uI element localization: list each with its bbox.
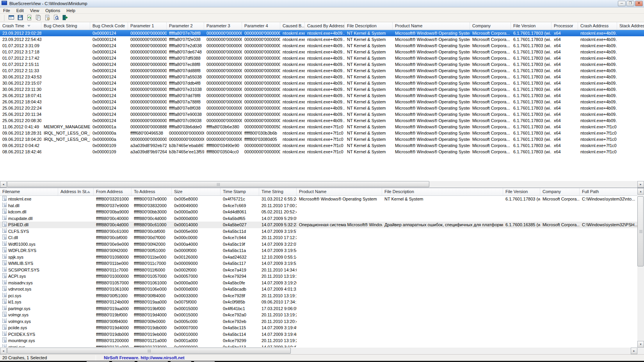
module-row[interactable]: pciide.sysfffff880'019d4000fffff880'019d… [0, 325, 644, 331]
module-row[interactable]: WDFLDR.SYSfffff880'00f42000fffff880'00f5… [0, 247, 644, 254]
column-header-time-stamp[interactable]: Time Stamp [221, 188, 259, 195]
module-row[interactable]: CI.dllfffff880'00cbf000fffff880'00d7f000… [0, 234, 644, 241]
menu-edit[interactable]: Edit [13, 8, 27, 13]
crash-row[interactable]: 09.06.2012 18:04:20IRQL_NOT_LESS_OR_EQ..… [0, 136, 644, 142]
column-header-from-address[interactable]: From Address [94, 188, 132, 195]
copy-button[interactable] [34, 14, 43, 22]
module-row[interactable]: kdcom.dllfffff800'00ba9000fffff800'00bb3… [0, 209, 644, 215]
column-header-company[interactable]: Company [470, 22, 511, 30]
scroll-left-icon[interactable]: ◂ [0, 181, 7, 188]
module-row[interactable]: CLFS.SYSfffff880'00c61000fffff880'00cbf0… [0, 228, 644, 235]
minimize-button[interactable]: ─ [618, 1, 626, 6]
column-header-crash-address[interactable]: Crash Address [578, 22, 617, 30]
module-row[interactable]: ntoskrnl.exefffff800'03201000fffff800'03… [0, 196, 644, 202]
column-header-processor[interactable]: Processor [551, 22, 578, 30]
column-header-file-version[interactable]: File Version [503, 188, 540, 195]
column-header-parameter-3[interactable]: Parameter 3 [204, 22, 242, 30]
module-row[interactable]: partmgr.sysfffff880'019aa000fffff880'019… [0, 305, 644, 312]
module-row[interactable]: spjk.sysfffff880'01098000fffff880'011be0… [0, 254, 644, 261]
crash-row[interactable]: 25.06.2012 20:08:300x0000012400000000'00… [0, 117, 644, 124]
find-button[interactable] [52, 14, 60, 22]
crash-row[interactable]: 08.06.2012 18:42:460x00000109a3a039d8'9b… [0, 149, 644, 155]
advanced-options-button[interactable] [7, 14, 16, 22]
crash-row[interactable]: 01.07.2012 2:11:330x0000012400000000'000… [0, 67, 644, 74]
column-header-size[interactable]: Size [172, 188, 221, 195]
crash-row[interactable]: 30.06.2012 23:43:530x0000012400000000'00… [0, 74, 644, 80]
upper-hscroll-thumb[interactable] [7, 181, 429, 187]
module-row[interactable]: pci.sysfffff880'00f51000fffff880'00f8400… [0, 293, 644, 299]
module-row[interactable]: ACPI.sysfffff880'01000000fffff880'010570… [0, 273, 644, 280]
crash-row[interactable]: 23.09.2012 22:54:430x0000012400000000'00… [0, 36, 644, 43]
crash-row[interactable]: 01.07.2012 3:17:180x0000012400000000'000… [0, 49, 644, 55]
column-header-filename[interactable]: Filename [0, 188, 58, 195]
crash-row[interactable]: 01.07.2012 2:15:110x0000012400000000'000… [0, 61, 644, 67]
close-button[interactable]: ✕ [635, 1, 643, 6]
lower-hscroll-thumb[interactable] [7, 348, 291, 354]
module-row[interactable]: vdrvroot.sysfffff880'01061000fffff880'01… [0, 286, 644, 293]
menu-help[interactable]: Help [63, 8, 78, 13]
scroll-right-icon[interactable]: ▸ [631, 348, 637, 354]
module-row[interactable]: kl1.sysfffff880'0124b000fffff880'019aa00… [0, 299, 644, 305]
column-header-file-description[interactable]: File Description [382, 188, 503, 195]
upper-horizontal-scrollbar[interactable]: ◂ ▸ [0, 181, 644, 188]
module-row[interactable]: mcupdate.dllfffff880'00c40000fffff880'00… [0, 215, 644, 222]
module-row[interactable]: WMILIB.SYSfffff880'011be000fffff880'011c… [0, 260, 644, 267]
scroll-right-icon[interactable]: ▸ [637, 181, 644, 188]
crash-row[interactable]: 01.07.2012 2:17:420x0000012400000000'000… [0, 55, 644, 61]
module-row[interactable]: volmgrx.sysfffff880'00f84000fffff880'00f… [0, 318, 644, 325]
lower-vscroll-thumb[interactable] [637, 196, 644, 266]
scroll-down-icon[interactable]: ▾ [637, 341, 644, 348]
column-header-caused-b[interactable]: Caused B... [280, 22, 305, 30]
column-header-parameter-4[interactable]: Parameter 4 [242, 22, 280, 30]
properties-button[interactable] [43, 14, 52, 22]
crash-row[interactable]: 26.06.2012 18:04:430x0000012400000000'00… [0, 99, 644, 105]
status-nirsoft-link[interactable]: NirSoft Freeware. http://www.nirsoft.net [96, 355, 185, 360]
scroll-up-icon[interactable]: ▴ [637, 188, 644, 195]
column-header-stack-address[interactable]: Stack Address [617, 22, 644, 30]
exit-button[interactable] [60, 14, 69, 22]
lower-horizontal-scrollbar[interactable]: ◂ ▸ [0, 348, 637, 354]
lower-vertical-scrollbar[interactable]: ▴ ▾ [637, 188, 644, 348]
column-header-crash-time[interactable]: Crash Time [0, 22, 41, 30]
crash-row[interactable]: 09.06.2012 18:28:31IRQL_NOT_LESS_OR_EQ..… [0, 130, 644, 136]
module-row[interactable]: mountmgr.sysfffff880'01200000fffff880'01… [0, 337, 644, 344]
column-header-parameter-1[interactable]: Parameter 1 [128, 22, 167, 30]
crash-row[interactable]: 11.06.2012 0:41:49MEMORY_MANAGEME...0x00… [0, 124, 644, 130]
crash-row[interactable]: 09.06.2012 0:04:420x00000109a3a039d8'992… [0, 142, 644, 149]
module-row[interactable]: SCSIPORT.SYSfffff880'011c7000fffff880'01… [0, 267, 644, 273]
scroll-left-icon[interactable]: ◂ [0, 348, 7, 354]
module-row[interactable]: atapi.sysfffff880'0121a000fffff880'01223… [0, 344, 644, 348]
module-row[interactable]: PSHED.dllfffff880'00c4d000fffff880'00c61… [0, 222, 644, 228]
column-header-file-description[interactable]: File Description [345, 22, 393, 30]
save-button[interactable] [16, 14, 25, 22]
crash-row[interactable]: 23.09.2012 23:02:280x0000012400000000'00… [0, 30, 644, 36]
column-header-bug-check-code[interactable]: Bug Check Code [90, 22, 128, 30]
maximize-button[interactable]: ❐ [626, 1, 634, 6]
module-row[interactable]: Wdf01000.sysfffff880'00e9e000fffff880'00… [0, 241, 644, 248]
module-row[interactable]: msisadrv.sysfffff880'01057000fffff880'01… [0, 280, 644, 286]
menu-view[interactable]: View [27, 8, 43, 13]
column-header-bug-check-string[interactable]: Bug Check String [41, 22, 90, 30]
module-row[interactable]: hal.dllfffff800'037e9000fffff800'0383200… [0, 202, 644, 209]
title-bar[interactable]: BlueScreenView - C:\Windows\Minidump ─ ❐… [0, 0, 644, 7]
crash-row[interactable]: 01.07.2012 3:31:090x0000012400000000'000… [0, 43, 644, 49]
column-header-to-address[interactable]: To Address [132, 188, 172, 195]
column-header-address-in-st[interactable]: Address In St... [58, 188, 94, 195]
column-header-product-name[interactable]: Product Name [393, 22, 470, 30]
module-row[interactable]: PCIIDEX.SYSfffff880'019db000fffff880'019… [0, 331, 644, 338]
column-header-company[interactable]: Company [540, 188, 580, 195]
column-header-caused-by-address[interactable]: Caused By Address [305, 22, 345, 30]
menu-options[interactable]: Options [42, 8, 63, 13]
crash-row[interactable]: 26.06.2012 18:07:410x0000012400000000'00… [0, 92, 644, 99]
crash-row[interactable]: 25.06.2012 20:22:240x0000012400000000'00… [0, 105, 644, 111]
column-header-product-name[interactable]: Product Name [297, 188, 382, 195]
menu-file[interactable]: File [0, 8, 13, 13]
column-header-full-path[interactable]: Full Path [580, 188, 644, 195]
refresh-button[interactable] [25, 14, 34, 22]
module-row[interactable]: volmgr.sysfffff880'019bf000fffff880'019d… [0, 312, 644, 318]
crash-row[interactable]: 30.06.2012 23:11:300x0000012400000000'00… [0, 86, 644, 92]
column-header-time-string[interactable]: Time String [259, 188, 297, 195]
crash-row[interactable]: 30.06.2012 23:15:070x0000012400000000'00… [0, 80, 644, 86]
column-header-parameter-2[interactable]: Parameter 2 [167, 22, 204, 30]
column-header-file-version[interactable]: File Version [511, 22, 551, 30]
